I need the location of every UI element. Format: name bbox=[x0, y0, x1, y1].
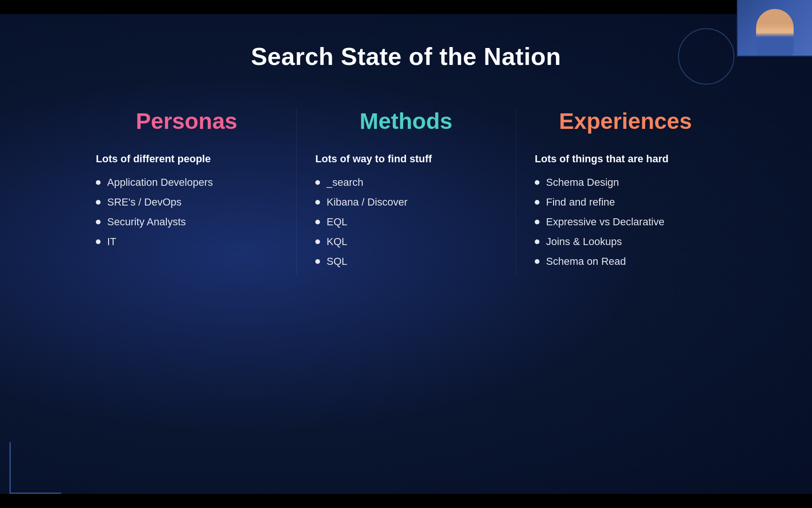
methods-list: _search Kibana / Discover EQL KQL SQL bbox=[315, 176, 497, 268]
list-item: IT bbox=[96, 236, 277, 248]
bullet-icon bbox=[96, 239, 101, 244]
bullet-icon bbox=[315, 239, 320, 244]
bottom-bar bbox=[0, 494, 812, 508]
bullet-icon bbox=[315, 200, 320, 205]
bullet-icon bbox=[315, 259, 320, 264]
personas-subtitle: Lots of different people bbox=[96, 153, 277, 165]
slide-title: Search State of the Nation bbox=[251, 42, 561, 71]
experiences-list: Schema Design Find and refine Expressive… bbox=[535, 176, 716, 268]
webcam-overlay bbox=[737, 0, 812, 56]
list-item: _search bbox=[315, 176, 497, 189]
bullet-icon bbox=[315, 220, 320, 224]
bullet-icon bbox=[535, 259, 539, 264]
bullet-icon bbox=[96, 180, 101, 185]
personas-list: Application Developers SRE's / DevOps Se… bbox=[96, 176, 277, 248]
personas-header: Personas bbox=[96, 108, 277, 134]
list-item: Joins & Lookups bbox=[535, 236, 716, 248]
bullet-icon bbox=[535, 239, 539, 244]
bullet-icon bbox=[96, 200, 101, 205]
list-item: EQL bbox=[315, 216, 497, 228]
methods-header: Methods bbox=[315, 108, 497, 134]
list-item: Security Analysts bbox=[96, 216, 277, 228]
main-content: Search State of the Nation Personas Lots… bbox=[0, 14, 812, 494]
list-item: Find and refine bbox=[535, 196, 716, 208]
experiences-header: Experiences bbox=[535, 108, 716, 134]
list-item: Schema Design bbox=[535, 176, 716, 189]
columns-container: Personas Lots of different people Applic… bbox=[77, 108, 735, 275]
methods-column: Methods Lots of way to find stuff _searc… bbox=[297, 108, 515, 275]
webcam-person bbox=[756, 9, 794, 56]
bullet-icon bbox=[535, 180, 539, 185]
methods-subtitle: Lots of way to find stuff bbox=[315, 153, 497, 165]
bullet-icon bbox=[535, 200, 539, 205]
top-bar bbox=[0, 0, 812, 14]
experiences-column: Experiences Lots of things that are hard… bbox=[516, 108, 735, 275]
personas-column: Personas Lots of different people Applic… bbox=[77, 108, 296, 255]
list-item: Application Developers bbox=[96, 176, 277, 189]
list-item: SRE's / DevOps bbox=[96, 196, 277, 208]
list-item: Schema on Read bbox=[535, 255, 716, 268]
bullet-icon bbox=[535, 220, 539, 224]
list-item: Kibana / Discover bbox=[315, 196, 497, 208]
list-item: KQL bbox=[315, 236, 497, 248]
bullet-icon bbox=[315, 180, 320, 185]
experiences-subtitle: Lots of things that are hard bbox=[535, 153, 716, 165]
list-item: SQL bbox=[315, 255, 497, 268]
list-item: Expressive vs Declarative bbox=[535, 216, 716, 228]
bullet-icon bbox=[96, 220, 101, 224]
